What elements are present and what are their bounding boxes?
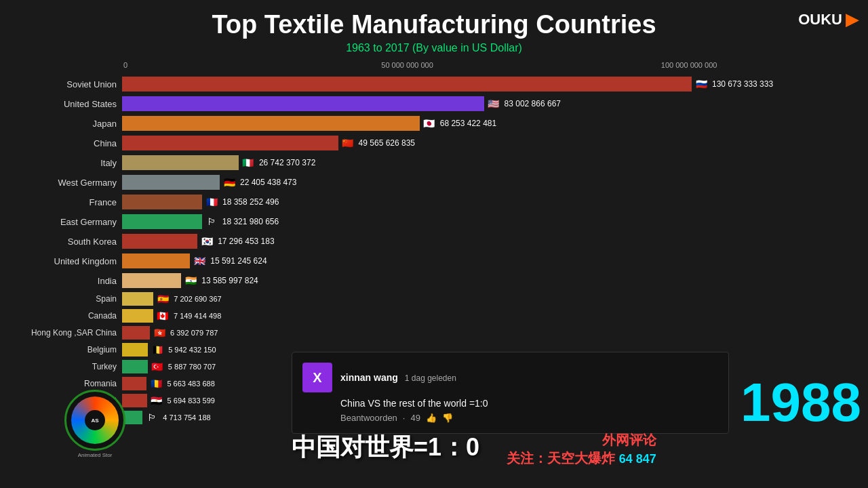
channel-logo: AS Animated Stor	[64, 390, 125, 451]
axis-label-50b: 50 000 000 000	[381, 61, 433, 69]
bar-row: South Korea🇰🇷17 296 453 183	[7, 232, 868, 251]
logo-text: OUKU	[798, 11, 842, 28]
bar	[122, 343, 148, 357]
bar-row: United States🇺🇸83 002 866 667	[7, 94, 868, 113]
bar	[122, 175, 220, 190]
footer-value: 64 847	[619, 452, 656, 466]
country-name: United Kingdom	[7, 256, 122, 266]
bar-value: 🇮🇹26 742 370 372	[240, 157, 315, 168]
bar-row: Canada🇨🇦7 149 414 498	[7, 308, 868, 324]
bar-container: 🇫🇷18 358 252 496	[122, 195, 868, 209]
bar	[122, 96, 484, 111]
value-text: 83 002 866 667	[505, 99, 561, 108]
value-text: 5 942 432 150	[168, 346, 216, 354]
comment-time: 1 dag geleden	[405, 373, 456, 383]
bar-row: East Germany🏳18 321 980 656	[7, 212, 868, 231]
bar-row: France🇫🇷18 358 252 496	[7, 192, 868, 211]
bar-container: 🇮🇳13 585 997 824	[122, 273, 868, 288]
bar	[122, 234, 197, 249]
year-display: 1988	[741, 371, 861, 434]
bar-container: 🇩🇪22 405 438 473	[122, 175, 868, 190]
bar-value: 🇮🇳13 585 997 824	[182, 275, 258, 286]
bar-row: Hong Kong ,SAR China🇭🇰6 392 079 787	[7, 325, 868, 341]
country-flag: 🇷🇴	[148, 378, 164, 389]
country-flag: 🏳	[203, 216, 220, 227]
bar-value: 🇨🇳49 565 626 835	[340, 138, 415, 148]
dislike-icon[interactable]: 👎	[442, 413, 453, 423]
bar	[122, 292, 153, 306]
comment-header: X xinnan wang 1 dag geleden	[302, 363, 718, 392]
country-name: United States	[7, 99, 122, 109]
country-flag: 🇺🇸	[486, 98, 502, 109]
country-name: West Germany	[7, 178, 122, 188]
country-flag: 🇮🇳	[182, 275, 199, 286]
value-text: 18 358 252 496	[222, 197, 279, 207]
country-name: Soviet Union	[7, 79, 122, 89]
bar	[122, 394, 147, 407]
bar-value: 🇧🇪5 942 432 150	[149, 344, 216, 355]
bar	[122, 377, 146, 390]
reply-label[interactable]: Beantwoorden	[340, 413, 397, 423]
bar-container: 🏳18 321 980 656	[122, 214, 868, 229]
value-text: 4 713 754 188	[163, 413, 210, 422]
bar-row: United Kingdom🇬🇧15 591 245 624	[7, 251, 868, 270]
country-name: South Korea	[7, 237, 122, 247]
bar-row: India🇮🇳13 585 997 824	[7, 271, 868, 290]
country-flag: 🇷🇺	[693, 79, 709, 89]
bar	[122, 273, 181, 288]
value-text: 7 149 414 498	[174, 312, 221, 320]
chinese-overlay: 中国对世界=1：0 外网评论 关注：天空大爆炸 64 847	[292, 431, 656, 468]
bar-row: Spain🇪🇸7 202 690 367	[7, 291, 868, 307]
country-flag: 🇹🇷	[149, 361, 165, 372]
bar-value: 🇨🇦7 149 414 498	[155, 310, 221, 321]
value-text: 5 663 483 688	[167, 380, 214, 388]
bar-container: 🇯🇵68 253 422 481	[122, 116, 868, 131]
comment-dot: ·	[403, 413, 406, 423]
comment-actions: Beantwoorden · 49 👍 👎	[340, 413, 718, 423]
bar-container: 🇨🇦7 149 414 498	[122, 309, 868, 323]
bar-value: 🇰🇷17 296 453 183	[199, 236, 274, 247]
bar-container: 🇨🇳49 565 626 835	[122, 136, 868, 150]
page-title: Top Textile Manufacturing Countries	[0, 10, 868, 39]
chinese-right-text: 外网评论 关注：天空大爆炸 64 847	[507, 431, 656, 468]
value-text: 13 585 997 824	[201, 276, 258, 285]
comment-likes: 49	[410, 413, 420, 423]
bar-row: Soviet Union🇷🇺130 673 333 333	[7, 75, 868, 94]
bar-container: 🇷🇺130 673 333 333	[122, 77, 868, 92]
chinese-right-line1: 外网评论	[507, 431, 656, 449]
chinese-right-line2: 关注：天空大爆炸 64 847	[507, 449, 656, 468]
bar-container: 🇬🇧15 591 245 624	[122, 253, 868, 268]
bar	[122, 214, 202, 229]
like-icon[interactable]: 👍	[426, 413, 437, 423]
country-name: France	[7, 197, 122, 207]
bar-row: Japan🇯🇵68 253 422 481	[7, 114, 868, 133]
country-flag: 🇪🇬	[149, 395, 165, 406]
value-text: 18 321 980 656	[222, 217, 279, 226]
bar	[122, 77, 692, 92]
bar-value: 🇯🇵68 253 422 481	[421, 118, 496, 129]
header: Top Textile Manufacturing Countries 1963…	[0, 0, 868, 58]
chart-subtitle: 1963 to 2017 (By value in US Dollar)	[0, 42, 868, 54]
logo-play-icon: ▶	[846, 10, 858, 29]
bar-row: Italy🇮🇹26 742 370 372	[7, 153, 868, 172]
country-flag: 🏳	[144, 412, 160, 423]
bar-container: 🇭🇰6 392 079 787	[122, 326, 868, 340]
value-text: 6 392 079 787	[170, 329, 218, 337]
bar-container: 🇺🇸83 002 866 667	[122, 96, 868, 111]
bar-row: China🇨🇳49 565 626 835	[7, 134, 868, 152]
country-flag: 🇬🇧	[191, 256, 208, 266]
country-flag: 🇯🇵	[421, 118, 437, 129]
country-name: India	[7, 276, 122, 286]
country-name: Spain	[7, 294, 122, 304]
bar-value: 🇬🇧15 591 245 624	[191, 256, 267, 266]
bar	[122, 360, 148, 373]
comment-author: xinnan wang	[340, 372, 398, 383]
value-text: 17 296 453 183	[218, 237, 274, 246]
country-flag: 🇮🇹	[240, 157, 256, 168]
country-flag: 🇭🇰	[151, 327, 167, 338]
bar-value: 🏳18 321 980 656	[203, 216, 279, 227]
bar-value: 🇷🇴5 663 483 688	[148, 378, 214, 389]
value-text: 5 694 833 599	[167, 396, 215, 405]
chinese-left-text: 中国对世界=1：0	[292, 431, 479, 468]
bar-value: 🇷🇺130 673 333 333	[693, 79, 773, 89]
